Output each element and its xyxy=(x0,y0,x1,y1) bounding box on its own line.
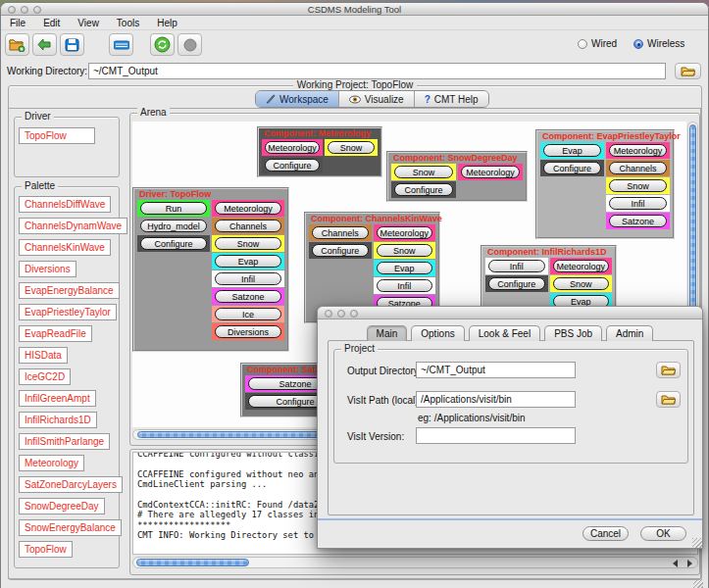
configure-button[interactable]: Configure xyxy=(140,237,207,250)
port-button[interactable]: Snow xyxy=(377,244,433,257)
dialog-resize-grip[interactable] xyxy=(692,538,702,548)
run-button[interactable]: Run xyxy=(140,202,207,215)
port-button[interactable]: Infil xyxy=(377,279,433,292)
visit-path-label: VisIt Path (local): xyxy=(347,395,421,406)
configure-button[interactable]: Configure xyxy=(543,162,601,174)
palette-item[interactable]: EvapReadFile xyxy=(19,325,92,342)
port-button[interactable]: Satzone xyxy=(215,290,281,303)
ok-button[interactable]: OK xyxy=(640,526,686,541)
port-button[interactable]: Diversions xyxy=(215,325,281,338)
working-directory-input[interactable] xyxy=(88,63,666,79)
port-button[interactable]: Infil xyxy=(488,260,545,272)
palette-item[interactable]: SatZoneDarcyLayers xyxy=(19,476,123,493)
port-button[interactable]: Channels xyxy=(312,226,369,239)
palette-item[interactable]: Diversions xyxy=(19,261,76,277)
port-button[interactable]: Meteorology xyxy=(377,226,433,239)
palette-item[interactable]: InfilRichards1D xyxy=(19,412,97,428)
port-button[interactable]: Meteorology xyxy=(215,202,281,215)
preferences-dialog: Main Options Look & Feel PBS Job Admin P… xyxy=(317,306,703,549)
port-button[interactable]: Meteorology xyxy=(461,166,520,178)
menu-file[interactable]: File xyxy=(1,18,34,28)
dialog-zoom-button[interactable] xyxy=(350,310,358,318)
palette-item[interactable]: SnowDegreeDay xyxy=(19,498,105,514)
folder-icon xyxy=(681,66,695,76)
import-button[interactable] xyxy=(32,33,57,56)
palette-item[interactable]: ChannelsKinWave xyxy=(19,239,111,256)
toolbar: Wired Wireless xyxy=(1,31,708,61)
console-horizontal-scrollbar-thumb[interactable] xyxy=(136,559,249,566)
dialog-tab-pbs-job[interactable]: PBS Job xyxy=(544,325,602,341)
wired-radio[interactable]: Wired xyxy=(578,38,617,49)
palette-item[interactable]: ChannelsDynamWave xyxy=(19,218,127,234)
save-button[interactable] xyxy=(60,33,84,56)
palette-item[interactable]: EvapEnergyBalance xyxy=(19,282,120,299)
port-button[interactable]: Meteorology xyxy=(553,260,610,272)
wireless-radio-circle[interactable] xyxy=(633,39,643,49)
port-button[interactable]: Evap xyxy=(215,255,281,268)
connection-manager-button[interactable] xyxy=(109,33,133,56)
cancel-button[interactable]: Cancel xyxy=(582,526,629,541)
port-button[interactable]: Ice xyxy=(215,308,281,320)
configure-button[interactable]: Configure xyxy=(394,183,453,196)
menu-tools[interactable]: Tools xyxy=(108,18,148,28)
port-button[interactable]: Snow xyxy=(609,179,667,192)
working-directory-browse-button[interactable] xyxy=(675,63,701,79)
port-button[interactable]: Channels xyxy=(609,162,667,174)
driver-item-topoflow[interactable]: TopoFlow xyxy=(19,127,95,144)
palette-item[interactable]: SnowEnergyBalance xyxy=(19,519,122,536)
menu-edit[interactable]: Edit xyxy=(34,18,69,28)
new-project-button[interactable] xyxy=(5,33,29,56)
console-horizontal-scrollbar[interactable] xyxy=(132,557,698,568)
configure-button[interactable]: Configure xyxy=(312,244,369,257)
palette-item[interactable]: ChannelsDiffWave xyxy=(19,196,111,213)
dialog-tab-main[interactable]: Main xyxy=(367,325,408,341)
record-button[interactable] xyxy=(177,33,202,56)
tab-cmt-help[interactable]: ? CMT Help xyxy=(415,91,488,107)
configure-button[interactable]: Configure xyxy=(488,277,545,290)
port-button[interactable]: Snow xyxy=(394,166,453,178)
port-button[interactable]: Channels xyxy=(215,220,281,232)
tab-workspace[interactable]: Workspace xyxy=(256,91,339,107)
configure-button[interactable]: Configure xyxy=(265,159,320,172)
visit-version-input[interactable] xyxy=(416,427,576,444)
port-button[interactable]: Snow xyxy=(215,237,281,250)
wireless-radio[interactable]: Wireless xyxy=(633,38,684,49)
palette-item[interactable]: InfilSmithParlange xyxy=(19,433,110,450)
port-button[interactable]: Meteorology xyxy=(265,141,320,154)
port-button[interactable]: Evap xyxy=(543,144,601,157)
port-button[interactable]: Snow xyxy=(328,141,375,154)
console-scroll-right-arrow[interactable] xyxy=(683,559,696,567)
connection-icon xyxy=(114,40,129,50)
refresh-button[interactable] xyxy=(150,33,175,56)
output-directory-input[interactable] xyxy=(416,362,576,378)
hydro-model-button[interactable]: Hydro_model xyxy=(140,220,207,232)
tab-visualize[interactable]: Visualize xyxy=(339,91,415,107)
dialog-tab-look-and-feel[interactable]: Look & Feel xyxy=(469,325,540,341)
dialog-minimize-button[interactable] xyxy=(337,310,345,318)
output-directory-browse-button[interactable] xyxy=(656,362,681,378)
port-button[interactable]: Infil xyxy=(215,272,281,285)
window-resize-grip[interactable] xyxy=(693,579,703,588)
menu-view[interactable]: View xyxy=(69,18,108,28)
dialog-tab-options[interactable]: Options xyxy=(411,325,464,341)
visit-path-browse-button[interactable] xyxy=(656,391,681,408)
visit-version-label: VisIt Version: xyxy=(347,431,404,442)
dialog-close-button[interactable] xyxy=(325,310,332,318)
folder-icon xyxy=(661,365,676,375)
port-button[interactable]: Meteorology xyxy=(609,144,667,157)
palette-item[interactable]: TopoFlow xyxy=(19,541,73,558)
palette-item[interactable]: IceGC2D xyxy=(19,368,71,385)
wired-radio-circle[interactable] xyxy=(578,39,587,49)
dialog-tab-admin[interactable]: Admin xyxy=(606,325,653,341)
port-button[interactable]: Evap xyxy=(377,262,433,274)
console-scroll-left-arrow[interactable] xyxy=(668,559,682,567)
menu-help[interactable]: Help xyxy=(148,18,186,28)
port-button[interactable]: Satzone xyxy=(609,215,667,227)
port-button[interactable]: Infil xyxy=(609,197,667,210)
palette-item[interactable]: EvapPriestleyTaylor xyxy=(19,304,117,320)
visit-path-input[interactable] xyxy=(416,391,576,408)
palette-item[interactable]: Meteorology xyxy=(19,455,84,471)
palette-item[interactable]: InfilGreenAmpt xyxy=(19,390,96,407)
port-button[interactable]: Snow xyxy=(553,277,610,290)
palette-item[interactable]: HISData xyxy=(19,347,68,364)
